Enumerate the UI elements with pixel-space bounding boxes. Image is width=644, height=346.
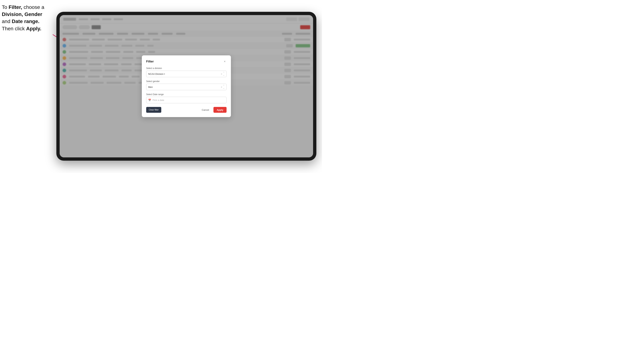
gender-arrow-icon: ⌃⌄ bbox=[223, 85, 224, 89]
date-placeholder: Pick a date bbox=[152, 99, 164, 101]
gender-label: Select gender bbox=[146, 80, 226, 83]
modal-overlay: Filter × Select a division NCAA Division… bbox=[60, 15, 313, 157]
date-range-field: Select Date range 📅 Pick a date bbox=[146, 93, 226, 103]
instruction-line4: Then click Apply. bbox=[2, 26, 41, 31]
cancel-button[interactable]: Cancel bbox=[199, 107, 212, 113]
gender-select[interactable]: Men × ⌃⌄ bbox=[146, 84, 226, 90]
date-range-input[interactable]: 📅 Pick a date bbox=[146, 97, 226, 103]
modal-header: Filter × bbox=[146, 60, 226, 63]
gender-field: Select gender Men × ⌃⌄ bbox=[146, 80, 226, 90]
division-arrow-icon: ⌃⌄ bbox=[223, 72, 224, 76]
select-icons: × ⌃⌄ bbox=[221, 85, 224, 89]
select-icons: × ⌃⌄ bbox=[221, 72, 224, 76]
instruction-line3: and Date range. bbox=[2, 18, 40, 24]
modal-title: Filter bbox=[146, 60, 154, 63]
modal-close-button[interactable]: × bbox=[223, 60, 226, 63]
date-range-label: Select Date range bbox=[146, 93, 226, 96]
division-value: NCAA Division I bbox=[148, 73, 221, 75]
clear-filter-button[interactable]: Clear filter bbox=[146, 107, 161, 113]
instruction-bold2: Division, Gender bbox=[2, 11, 42, 17]
modal-footer: Clear filter Cancel Apply bbox=[146, 107, 226, 113]
division-label: Select a division bbox=[146, 67, 226, 70]
instruction-text: To Filter, choose a Division, Gender and… bbox=[2, 4, 54, 32]
filter-modal: Filter × Select a division NCAA Division… bbox=[142, 55, 231, 117]
apply-button[interactable]: Apply bbox=[214, 107, 226, 113]
gender-clear-icon[interactable]: × bbox=[221, 86, 222, 88]
footer-right-buttons: Cancel Apply bbox=[199, 107, 226, 113]
calendar-icon: 📅 bbox=[148, 99, 151, 101]
division-select[interactable]: NCAA Division I × ⌃⌄ bbox=[146, 71, 226, 77]
gender-value: Men bbox=[148, 86, 221, 88]
instruction-line1: To Filter, choose a bbox=[2, 4, 44, 10]
division-field: Select a division NCAA Division I × ⌃⌄ bbox=[146, 67, 226, 77]
tablet-screen: Filter × Select a division NCAA Division… bbox=[60, 15, 313, 157]
division-clear-icon[interactable]: × bbox=[221, 73, 222, 75]
tablet-frame: Filter × Select a division NCAA Division… bbox=[56, 12, 316, 161]
